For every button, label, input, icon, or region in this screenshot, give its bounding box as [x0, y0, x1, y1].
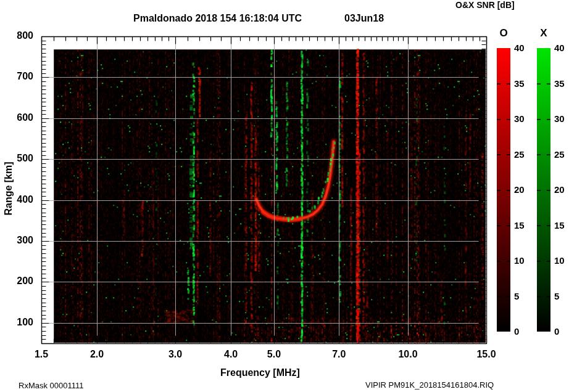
o-colorbar-tick-label: 25 [514, 149, 525, 160]
o-colorbar-tick-label: 15 [514, 220, 525, 231]
y-tick-label: 100 [10, 317, 33, 328]
o-colorbar-tick-label: 35 [514, 78, 525, 89]
footer-filename: VIPIR PM91K_2018154161804.RIQ [365, 380, 494, 390]
o-colorbar-tick-label: 20 [514, 184, 525, 195]
o-colorbar-tick-label: 0 [514, 326, 519, 337]
x-tick-label: 15.0 [468, 349, 505, 360]
x-colorbar-tick-label: 40 [554, 43, 565, 53]
x-tick-label: 3.0 [157, 349, 194, 360]
o-colorbar-tick-label: 10 [514, 255, 525, 266]
y-tick-label: 600 [10, 112, 33, 123]
x-colorbar-tick-label: 30 [554, 113, 565, 124]
y-tick-label: 400 [10, 194, 33, 205]
x-colorbar-tick-label: 35 [554, 78, 565, 89]
x-colorbar-tick-label: 5 [554, 291, 559, 301]
x-tick-label: 5.0 [255, 349, 293, 360]
y-tick-label: 500 [10, 153, 33, 164]
ionogram-figure: Pmaldonado 2018 154 16:18:04 UTC 03Jun18… [0, 0, 569, 392]
x-axis-label: Frequency [MHz] [220, 367, 300, 378]
footer-rxmask: RxMask 00001111 [19, 381, 84, 390]
colorbar-x-header: X [536, 27, 551, 39]
x-colorbar-tick-label: 10 [554, 255, 565, 266]
colorbar-o-header: O [496, 27, 511, 39]
x-tick-label: 10.0 [389, 349, 426, 360]
y-tick-label: 300 [10, 235, 33, 246]
y-tick-label: 200 [10, 276, 33, 287]
x-colorbar-tick-label: 20 [554, 184, 565, 195]
x-tick-label: 7.0 [320, 349, 357, 360]
ionogram-plot-canvas [0, 0, 569, 392]
o-colorbar-tick-label: 5 [514, 291, 519, 301]
x-colorbar-tick-label: 25 [554, 149, 565, 160]
y-axis-label: Range [km] [3, 157, 14, 221]
colorbar-title: O&X SNR [dB] [455, 0, 515, 10]
x-colorbar-tick-label: 0 [554, 326, 559, 337]
y-tick-label: 700 [10, 71, 33, 82]
x-tick-label: 2.0 [78, 349, 115, 360]
x-tick-label: 4.0 [212, 349, 249, 360]
o-colorbar-tick-label: 30 [514, 113, 525, 124]
x-colorbar-tick-label: 15 [554, 220, 565, 231]
x-tick-label: 1.5 [23, 349, 60, 360]
o-colorbar-tick-label: 40 [514, 43, 525, 53]
plot-title: Pmaldonado 2018 154 16:18:04 UTC [133, 13, 302, 24]
y-tick-label: 800 [10, 30, 33, 41]
plot-date: 03Jun18 [344, 13, 384, 24]
